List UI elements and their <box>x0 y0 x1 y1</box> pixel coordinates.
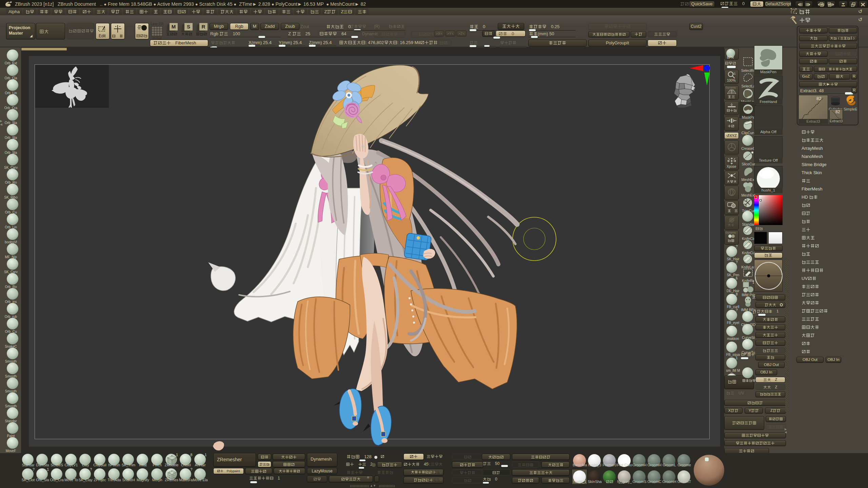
svg-text:x1: x1 <box>732 72 736 75</box>
